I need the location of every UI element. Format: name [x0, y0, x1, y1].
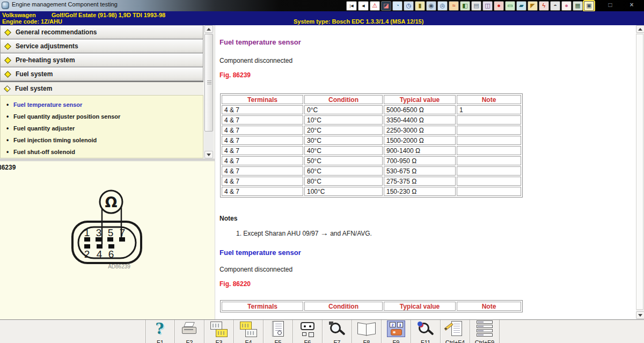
subitem-fuel-quantity-adjuster-position-sensor[interactable]: Fuel quantity adjuster position sensor [1, 112, 203, 124]
gearbox-icon[interactable]: ◫ [482, 1, 493, 11]
up-arrow-icon [638, 28, 642, 31]
subitem-fuel-quantity-adjuster[interactable]: Fuel quantity adjuster [1, 124, 203, 136]
diamond-icon [4, 71, 11, 78]
pin-4-label: 4 [97, 249, 103, 260]
scroll-down-button[interactable] [636, 311, 644, 319]
sidebar-item-label: Fuel system [15, 85, 52, 92]
note-text-after: and AFN/AVG. [330, 230, 372, 237]
vehicle-data-button[interactable]: F3 [204, 320, 234, 343]
vehicle-model: Golf/Golf Estate (91-98) 1,9D TDI 1993-9… [52, 12, 165, 18]
scrollbar-thumb[interactable] [636, 34, 643, 310]
subitem-fuel-temperature-sensor[interactable]: Fuel temperature sensor [1, 100, 203, 112]
table-cell: 30°C [304, 136, 383, 145]
sidebar-item-label: Fuel system [16, 70, 53, 78]
system-type: System type: Bosch EDC 1.3.3/1.4 (MSA 12… [294, 18, 423, 25]
content-scrollbar[interactable] [636, 25, 644, 319]
note-text-before: 1. Except Sharan AHU 09/97 [236, 230, 318, 237]
sidebar-item-pre-heating-system[interactable]: Pre-heating system [0, 53, 203, 67]
right-arrow-icon: → [320, 228, 328, 237]
forms-button[interactable]: Ctrl+F9 [470, 320, 500, 343]
scroll-up-button[interactable] [636, 25, 644, 33]
pin-3-label: 3 [96, 227, 102, 238]
first-page-button[interactable]: |◀ [346, 1, 357, 11]
engine-management-icon[interactable]: ▦ [573, 1, 583, 11]
technical-book-button[interactable]: F8 [352, 320, 382, 343]
subitem-fuel-shut-off-solenoid[interactable]: Fuel shut-off solenoid [1, 148, 203, 159]
aircon-icon[interactable]: ▭ [505, 1, 515, 11]
section-title: Fuel temperature sensor [219, 38, 636, 46]
scroll-down-button[interactable] [204, 151, 213, 158]
inspection-glyph: ◎ [440, 3, 445, 9]
sidebar-item-label: Pre-heating system [16, 56, 75, 64]
magnifier-diagram-icon [415, 320, 436, 338]
component-testing-pressed-icon: 23 [385, 320, 407, 338]
close-button[interactable]: × [624, 1, 640, 10]
restore-button[interactable]: □ [602, 1, 618, 10]
table-cell: 0°C [304, 105, 383, 114]
back-button[interactable]: ◀ [358, 1, 369, 11]
top-toolbar: |◀ ◀ ⚠ ◪ ◔ ◷ ▮ ◉ ◎ ≈ ◧ ▤ ◫ ● ▭ ▰ ◤ ϟ ◓ ●… [346, 1, 594, 11]
engine-block-icon[interactable]: ▤ [471, 1, 481, 11]
figure-panel: 86239 Ω 1 3 5 [0, 161, 215, 319]
table-cell: 10°C [304, 115, 383, 125]
col-condition: Condition [304, 95, 383, 104]
brake-test-icon[interactable]: ◪ [381, 1, 391, 11]
battery-glyph: ▮ [418, 3, 421, 9]
sidebar-item-general-recommendations[interactable]: General recommendations [0, 25, 203, 39]
hub-icon[interactable]: ◓ [550, 1, 560, 11]
component-search-button[interactable]: F7 [323, 320, 352, 343]
inspection-icon[interactable]: ◎ [437, 1, 448, 11]
abs-icon[interactable]: ● [494, 1, 504, 11]
sidebar-item-fuel-system-expanded[interactable]: Fuel system [0, 81, 203, 95]
table-cell [457, 146, 521, 155]
notes-editor-button[interactable]: Ctrl+F4 [441, 320, 470, 343]
section-title-link[interactable]: Fuel temperature sensor [219, 249, 636, 257]
diagram-search-button[interactable]: F11 [411, 320, 441, 343]
heater-glyph: ≈ [452, 3, 455, 9]
subitem-fuel-injection-timing-solenoid[interactable]: Fuel injection timing solenoid [1, 136, 203, 148]
oil-system-glyph: ◧ [462, 3, 467, 9]
electrics-icon[interactable]: ϟ [539, 1, 549, 11]
table-cell [457, 136, 521, 145]
sidebar-item-service-adjustments[interactable]: Service adjustments [0, 39, 203, 53]
windscreen-icon[interactable]: ◔ [392, 1, 402, 11]
wheel-icon[interactable]: ◉ [426, 1, 436, 11]
body-icon[interactable]: ▰ [516, 1, 526, 11]
manual-button[interactable]: F5 [264, 320, 293, 343]
fkey-label: F9 [382, 339, 411, 343]
warning-icon[interactable]: ⚠ [370, 1, 380, 11]
gearbox-glyph: ◫ [485, 3, 490, 9]
airbag-icon[interactable]: ● [561, 1, 572, 11]
scrollbar-thumb[interactable] [204, 34, 213, 132]
diamond-icon [4, 43, 11, 50]
scroll-up-button[interactable] [204, 25, 213, 33]
note-item: 1. Except Sharan AHU 09/97 → and AFN/AVG… [236, 230, 636, 237]
table-cell: 530-675 Ω [384, 166, 456, 176]
help-button[interactable]: ? F1 [145, 320, 175, 343]
hoist-icon[interactable]: ◤ [528, 1, 538, 11]
table-cell: 20°C [304, 126, 383, 135]
service-data-button[interactable]: F4 [234, 320, 264, 343]
gauge-icon[interactable]: ◷ [404, 1, 414, 11]
ohmmeter-symbol: Ω [105, 194, 118, 210]
heater-icon[interactable]: ≈ [449, 1, 459, 11]
engine-management-glyph: ▦ [575, 3, 580, 9]
sidebar-item-label: General recommendations [16, 28, 97, 36]
oil-system-icon[interactable]: ◧ [460, 1, 470, 11]
fkey-label: F1 [146, 339, 174, 343]
fkey-label: F3 [204, 339, 233, 343]
diamond-icon [4, 29, 11, 36]
content-region: General recommendations Service adjustme… [0, 25, 644, 319]
component-testing-icon[interactable]: ▣ [584, 1, 594, 11]
forms-list-icon [474, 320, 495, 338]
component-location-button[interactable]: F6 [293, 320, 323, 343]
col-terminals: Terminals [222, 95, 303, 104]
sidebar-scrollbar[interactable] [204, 25, 214, 159]
connector-diagram: Ω 1 3 5 7 2 4 [0, 161, 215, 319]
print-button[interactable]: F2 [175, 320, 204, 343]
pin-6-label: 6 [108, 249, 114, 260]
table-cell: 2250-3000 Ω [384, 126, 456, 135]
component-testing-button[interactable]: 23 F9 [382, 320, 411, 343]
sidebar-item-fuel-system[interactable]: Fuel system [0, 67, 203, 81]
battery-icon[interactable]: ▮ [415, 1, 425, 11]
